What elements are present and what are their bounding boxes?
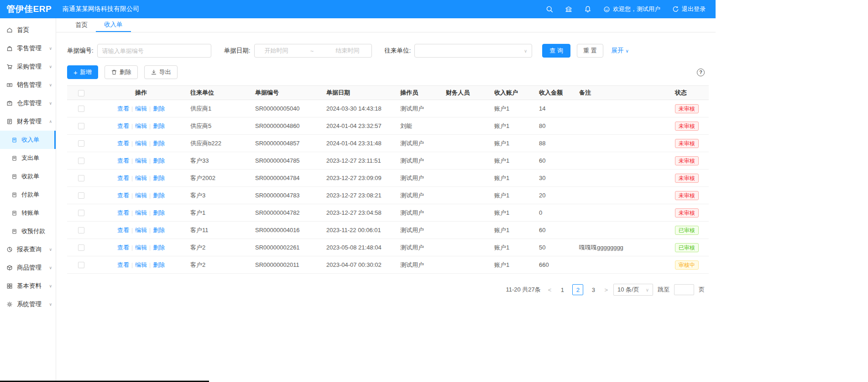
row-checkbox[interactable] xyxy=(78,262,84,268)
help-icon[interactable]: ? xyxy=(697,69,705,76)
row-delete-link[interactable]: 删除 xyxy=(153,157,165,164)
row-checkbox[interactable] xyxy=(78,192,84,199)
edit-link[interactable]: 编辑 xyxy=(135,122,147,129)
edit-link[interactable]: 编辑 xyxy=(135,157,147,164)
view-link[interactable]: 查看 xyxy=(117,105,129,112)
row-checkbox[interactable] xyxy=(78,140,84,147)
row-delete-link[interactable]: 删除 xyxy=(153,175,165,181)
sidebar-item-system[interactable]: 系统管理 ∨ xyxy=(0,295,56,313)
delete-button[interactable]: 删除 xyxy=(105,65,138,79)
sidebar-item-finance[interactable]: 财务管理 ∧ xyxy=(0,112,56,131)
sidebar-subitem-receipt[interactable]: 收款单 xyxy=(0,167,56,186)
row-checkbox[interactable] xyxy=(78,244,84,251)
view-link[interactable]: 查看 xyxy=(117,157,129,164)
sidebar-item-basicdata[interactable]: 基本资料 ∨ xyxy=(0,277,56,295)
page-button-1[interactable]: 1 xyxy=(557,284,568,295)
start-date-placeholder: 开始时间 xyxy=(265,47,288,55)
reset-button[interactable]: 重 置 xyxy=(577,44,603,58)
jump-page-input[interactable] xyxy=(674,284,694,295)
row-checkbox[interactable] xyxy=(78,106,84,112)
row-delete-link[interactable]: 删除 xyxy=(153,261,165,268)
welcome-user[interactable]: 欢迎您，测试用户 xyxy=(603,5,660,13)
tab-home[interactable]: 首页 xyxy=(67,18,96,32)
row-delete-link[interactable]: 删除 xyxy=(153,140,165,147)
prev-page-button[interactable]: < xyxy=(547,286,553,293)
header-actions: 欢迎您，测试用户 退出登录 xyxy=(546,5,716,13)
edit-link[interactable]: 编辑 xyxy=(135,244,147,251)
logout-button[interactable]: 退出登录 xyxy=(672,5,706,13)
edit-link[interactable]: 编辑 xyxy=(135,261,147,268)
expand-filters-link[interactable]: 展开 ∨ xyxy=(612,47,629,55)
row-delete-link[interactable]: 删除 xyxy=(153,105,165,112)
view-link[interactable]: 查看 xyxy=(117,192,129,199)
income-table-wrap: 操作 往来单位 单据编号 单据日期 操作员 财务人员 收入账户 收入金额 备注 … xyxy=(67,85,705,274)
col-header-actions: 操作 xyxy=(95,86,187,100)
sidebar-item-goods[interactable]: 商品管理 ∨ xyxy=(0,259,56,277)
edit-link[interactable]: 编辑 xyxy=(135,105,147,112)
page-button-2[interactable]: 2 xyxy=(572,284,583,295)
cell-operator: 测试用户 xyxy=(397,152,442,170)
select-all-checkbox[interactable] xyxy=(78,90,84,96)
sales-icon xyxy=(6,81,14,89)
bell-icon[interactable] xyxy=(584,5,591,13)
bill-no-input[interactable] xyxy=(97,44,211,58)
table-row: 查看|编辑|删除 供应商1 SR00000005040 2024-03-30 1… xyxy=(67,100,709,117)
row-delete-link[interactable]: 删除 xyxy=(153,209,165,216)
sidebar-subitem-prepaid[interactable]: 收预付款 xyxy=(0,222,56,240)
row-checkbox[interactable] xyxy=(78,210,84,216)
sidebar-subitem-expense[interactable]: 支出单 xyxy=(0,149,56,167)
row-delete-link[interactable]: 删除 xyxy=(153,122,165,129)
row-delete-link[interactable]: 删除 xyxy=(153,227,165,233)
edit-link[interactable]: 编辑 xyxy=(135,175,147,181)
sidebar-subitem-income[interactable]: 收入单 xyxy=(0,131,56,149)
sidebar-item-home[interactable]: 首页 xyxy=(0,21,56,39)
edit-link[interactable]: 编辑 xyxy=(135,140,147,147)
edit-link[interactable]: 编辑 xyxy=(135,209,147,216)
row-checkbox[interactable] xyxy=(78,123,84,129)
cell-amount: 50 xyxy=(535,239,575,256)
income-table: 操作 往来单位 单据编号 单据日期 操作员 财务人员 收入账户 收入金额 备注 … xyxy=(67,85,709,274)
date-range-picker[interactable]: 开始时间 ~ 结束时间 xyxy=(254,44,372,58)
sidebar-item-reports[interactable]: 报表查询 ∨ xyxy=(0,240,56,259)
view-link[interactable]: 查看 xyxy=(117,175,129,181)
edit-link[interactable]: 编辑 xyxy=(135,227,147,233)
page-size-select[interactable]: 10 条/页 ∨ xyxy=(613,284,653,296)
view-link[interactable]: 查看 xyxy=(117,122,129,129)
search-button[interactable]: 查 询 xyxy=(542,44,570,58)
row-checkbox[interactable] xyxy=(78,158,84,164)
sidebar-item-warehouse[interactable]: 仓库管理 ∨ xyxy=(0,94,56,112)
row-delete-link[interactable]: 删除 xyxy=(153,192,165,199)
row-checkbox[interactable] xyxy=(78,175,84,181)
edit-link[interactable]: 编辑 xyxy=(135,192,147,199)
view-link[interactable]: 查看 xyxy=(117,261,129,268)
sidebar-subitem-transfer[interactable]: 转账单 xyxy=(0,204,56,222)
bank-icon[interactable] xyxy=(565,5,572,13)
cell-amount: 30 xyxy=(535,170,575,187)
search-icon[interactable] xyxy=(546,5,553,13)
cell-account: 账户1 xyxy=(491,239,535,256)
view-link[interactable]: 查看 xyxy=(117,209,129,216)
pagination-total: 11-20 共27条 xyxy=(506,286,540,294)
top-header: 管伊佳ERP 南通某某网络科技有限公司 欢迎您，测试用户 xyxy=(0,0,716,18)
col-header-amount: 收入金额 xyxy=(535,86,575,100)
chevron-down-icon: ∨ xyxy=(646,287,649,292)
sidebar-item-purchase[interactable]: 采购管理 ∨ xyxy=(0,58,56,76)
table-row: 查看|编辑|删除 供应商b222 SR00000004857 2024-01-0… xyxy=(67,135,709,152)
add-button[interactable]: + 新增 xyxy=(67,65,98,79)
view-link[interactable]: 查看 xyxy=(117,244,129,251)
sidebar-subitem-payment[interactable]: 付款单 xyxy=(0,186,56,204)
sidebar-item-sales[interactable]: 销售管理 ∨ xyxy=(0,76,56,94)
next-page-button[interactable]: > xyxy=(603,286,609,293)
view-link[interactable]: 查看 xyxy=(117,227,129,233)
page-button-3[interactable]: 3 xyxy=(588,284,599,295)
cell-date: 2023-12-27 23:11:51 xyxy=(323,152,397,170)
row-checkbox[interactable] xyxy=(78,227,84,233)
export-button[interactable]: 导出 xyxy=(144,65,178,79)
cell-amount: 60 xyxy=(535,152,575,170)
sidebar-subitem-label: 转账单 xyxy=(21,209,39,217)
row-delete-link[interactable]: 删除 xyxy=(153,244,165,251)
sidebar-item-retail[interactable]: 零售管理 ∨ xyxy=(0,39,56,58)
tab-income[interactable]: 收入单 xyxy=(96,18,131,32)
view-link[interactable]: 查看 xyxy=(117,140,129,147)
unit-select[interactable]: ∨ xyxy=(414,44,532,58)
